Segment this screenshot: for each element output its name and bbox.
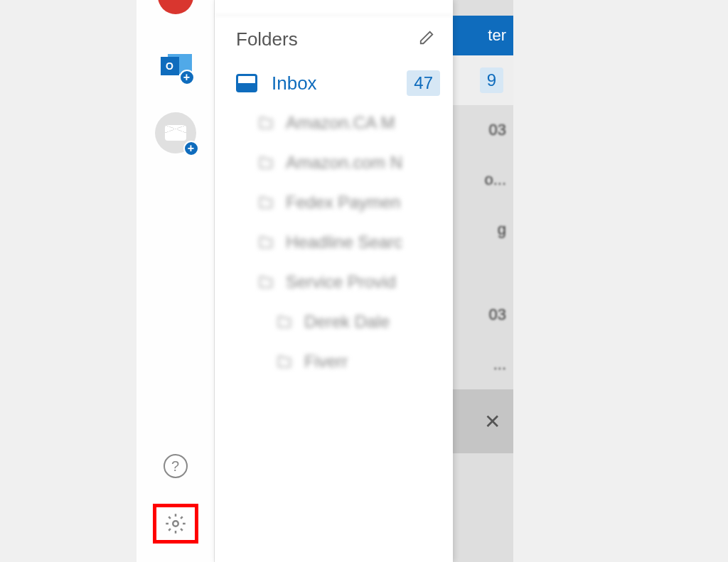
avatar[interactable]	[158, 0, 193, 14]
inbox-icon	[236, 74, 257, 92]
subfolder-label: Fedex Paymen	[286, 193, 400, 212]
bg-snippet: 03	[452, 290, 513, 340]
subfolder-item[interactable]: Service Provid	[215, 262, 453, 302]
plus-icon: +	[179, 70, 195, 85]
bg-snippet	[452, 254, 513, 290]
settings-highlight	[153, 504, 198, 544]
bg-snippet: ...	[452, 340, 513, 389]
folder-icon	[274, 354, 294, 369]
plus-icon: +	[183, 141, 199, 156]
bg-snippet: 03	[452, 105, 513, 155]
add-mail-account-button[interactable]: +	[155, 112, 196, 153]
outlook-account-button[interactable]: O +	[159, 50, 192, 82]
subfolder-item[interactable]: Headline Searc	[215, 222, 453, 262]
subfolder-label: Headline Searc	[286, 232, 402, 252]
message-list-background: ter 9 03 o... g 03 ... ✕	[452, 0, 513, 562]
folder-icon	[256, 274, 276, 290]
inbox-folder[interactable]: Inbox 47	[215, 63, 453, 103]
help-button[interactable]: ?	[164, 454, 188, 478]
inbox-count-badge: 47	[407, 70, 440, 96]
bg-snippet: g	[452, 205, 513, 254]
bg-snippet: o...	[452, 155, 513, 205]
settings-button[interactable]	[165, 513, 186, 534]
nested-folder-item[interactable]: Derek Dale	[215, 302, 453, 342]
edit-folders-button[interactable]	[419, 30, 434, 50]
subfolder-label: Amazon.com N	[286, 153, 402, 173]
nested-folder-label: Derek Dale	[304, 312, 390, 332]
subfolder-label: Amazon.CA M	[286, 113, 395, 133]
subfolder-item[interactable]: Amazon.CA M	[215, 103, 453, 143]
folder-icon	[256, 155, 276, 171]
subfolder-item[interactable]: Fedex Paymen	[215, 183, 453, 222]
nested-folder-label: Fiverr	[304, 352, 348, 372]
inbox-label: Inbox	[272, 72, 392, 94]
account-email-partial	[215, 0, 453, 16]
nested-folder-item[interactable]: Fiverr	[215, 342, 453, 382]
svg-point-0	[173, 521, 178, 526]
folder-icon	[256, 115, 276, 131]
folder-icon	[274, 314, 294, 330]
folder-icon	[256, 195, 276, 210]
mail-icon	[165, 125, 186, 141]
subfolder-item[interactable]: Amazon.com N	[215, 143, 453, 183]
folder-icon	[256, 234, 276, 250]
folder-panel: Folders Inbox 47 Amazon.CA M Amazon.com …	[215, 0, 453, 562]
bg-header-partial: ter	[452, 16, 513, 55]
folders-heading: Folders	[236, 28, 298, 50]
close-icon[interactable]: ✕	[452, 389, 513, 453]
subfolder-label: Service Provid	[286, 272, 396, 292]
bg-count-badge: 9	[480, 67, 503, 93]
app-rail: O + + ?	[136, 0, 215, 562]
bg-badge-row: 9	[452, 55, 513, 105]
